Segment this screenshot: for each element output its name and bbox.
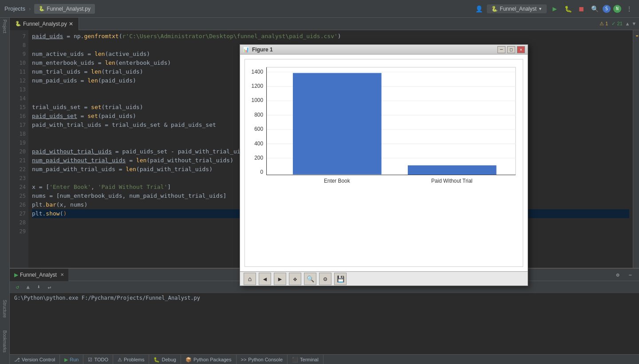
todo-icon: ☑	[88, 357, 92, 363]
run-minimize-icon[interactable]: −	[625, 270, 635, 280]
active-py-icon: 🐍	[15, 21, 21, 27]
run-settings-icon[interactable]: ⚙	[612, 270, 623, 280]
svg-text:800: 800	[254, 112, 263, 118]
figure-window-controls: ─ □ ✕	[497, 46, 525, 53]
stop-button[interactable]: ■	[576, 4, 587, 14]
figure-icon: 📊	[243, 47, 249, 53]
separator: ›	[29, 5, 31, 12]
settings-icon[interactable]: S	[603, 5, 611, 13]
stop-run-icon[interactable]: ▲	[23, 282, 33, 291]
debug-tab-icon: 🐛	[154, 357, 160, 363]
error-indicator: ✓ 21	[611, 21, 622, 27]
run-tab-label: Funnel_Analyst	[20, 272, 57, 278]
run-config-selector[interactable]: 🐍 Funnel_Analyst ▼	[487, 4, 547, 13]
todo-label: TODO	[94, 357, 108, 362]
version-control-label: Version Control	[22, 357, 55, 362]
figure-home-btn[interactable]: ⌂	[244, 273, 256, 285]
file-tab-name: Funnel_Analyst.py	[47, 6, 91, 12]
rerun-icon[interactable]: ↺	[12, 282, 22, 291]
figure-minimize-btn[interactable]: ─	[497, 46, 505, 53]
svg-text:600: 600	[254, 126, 263, 132]
active-file-tab[interactable]: 🐍 Funnel_Analyst.py ✕	[10, 18, 79, 30]
scroll-end-icon[interactable]: ⬇	[34, 282, 43, 291]
figure-maximize-btn[interactable]: □	[507, 46, 515, 53]
terminal-label: Terminal	[300, 357, 319, 362]
close-tab-icon[interactable]: ✕	[69, 21, 73, 27]
run-tab[interactable]: ▶ Funnel_Analyst ✕	[10, 269, 68, 281]
packages-label: Python Packages	[193, 357, 232, 362]
header-right: 👤 🐍 Funnel_Analyst ▼ ▶ 🐛 ■ 🔍 S N ⋮	[473, 4, 635, 14]
open-file-tab[interactable]: 🐍 Funnel_Analyst.py	[34, 4, 95, 14]
figure-forward-btn[interactable]: ▶	[274, 273, 286, 285]
figure-pan-btn[interactable]: ✥	[289, 273, 301, 285]
expand-btn[interactable]: ▲	[626, 21, 629, 27]
tab-debug[interactable]: 🐛 Debug	[149, 355, 181, 364]
figure-save-btn[interactable]: 💾	[334, 273, 347, 285]
svg-text:0: 0	[260, 169, 263, 176]
console-icon: >>	[241, 357, 247, 362]
line-numbers: 7 8 9 10 11 12 13 14 15 16 17 18 19 20 2…	[10, 30, 28, 268]
top-header: Projects › 🐍 Funnel_Analyst.py 👤 🐍 Funne…	[0, 0, 639, 18]
figure-plot-area: 1400 1200 1000 800 600 400 200 0	[240, 55, 528, 271]
tab-python-packages[interactable]: 📦 Python Packages	[181, 355, 237, 364]
debug-button[interactable]: 🐛	[563, 4, 573, 14]
run-button[interactable]: ▶	[549, 4, 560, 14]
bottom-left-gutter	[0, 354, 10, 364]
run-config-name: Funnel_Analyst	[500, 6, 536, 12]
header-left: Projects › 🐍 Funnel_Analyst.py	[4, 4, 95, 14]
search-icon[interactable]: 🔍	[589, 4, 600, 14]
bottom-status: ⎇ Version Control ▶ Run ☑ TODO ⚠ Problem…	[0, 354, 639, 364]
figure-window: 📊 Figure 1 ─ □ ✕ 1400 1200 1000 800 600 …	[240, 44, 528, 286]
tab-terminal[interactable]: ⬛ Terminal	[288, 355, 323, 364]
tab-problems[interactable]: ⚠ Problems	[113, 355, 149, 364]
svg-text:1400: 1400	[252, 69, 264, 75]
console-label: Python Console	[248, 357, 283, 362]
bottom-area: ⎇ Version Control ▶ Run ☑ TODO ⚠ Problem…	[10, 354, 639, 364]
figure-configure-btn[interactable]: ⚙	[319, 273, 331, 285]
project-sidebar-icon[interactable]: Project	[2, 20, 7, 33]
user-icon[interactable]: 👤	[473, 4, 484, 14]
svg-text:1000: 1000	[252, 98, 264, 104]
soft-wrap-icon[interactable]: ↵	[44, 282, 54, 291]
right-scroll-gutter: ▬	[633, 30, 639, 268]
figure-close-btn[interactable]: ✕	[517, 46, 525, 53]
warning-marker: ▬	[636, 34, 638, 38]
left-sidebar: Project Structure Bookmarks	[0, 18, 10, 354]
packages-icon: 📦	[185, 357, 192, 363]
problems-icon: ⚠	[118, 357, 122, 363]
code-line-7: paid_uids = np.genfromtxt(r'C:\Users\Adm…	[32, 32, 629, 41]
tab-run[interactable]: ▶ Run	[60, 355, 83, 364]
tab-todo[interactable]: ☑ TODO	[83, 355, 113, 364]
version-control-icon: ⎇	[14, 357, 20, 363]
figure-toolbar: ⌂ ◀ ▶ ✥ 🔍 ⚙ 💾	[240, 271, 528, 286]
tab-version-control[interactable]: ⎇ Version Control	[10, 355, 60, 364]
run-command-line: G:\Python\python.exe F:/Pycharm/Projects…	[14, 295, 635, 301]
svg-text:Enter Book: Enter Book	[324, 178, 350, 184]
bookmarks-icon[interactable]: Bookmarks	[2, 330, 7, 352]
more-icon[interactable]: ⋮	[624, 4, 635, 14]
svg-text:400: 400	[254, 141, 263, 147]
figure-title-text: Figure 1	[252, 47, 273, 53]
run-icon: ▶	[64, 357, 68, 363]
py-icon: 🐍	[39, 6, 45, 12]
figure-zoom-btn[interactable]: 🔍	[304, 273, 316, 285]
editor-indicators: ⚠ 1 ✓ 21 ▲ ▼	[600, 21, 639, 27]
dropdown-icon: ▼	[538, 7, 542, 11]
debug-label: Debug	[162, 357, 176, 362]
run-tab-icon: ▶	[14, 272, 18, 278]
svg-text:Paid Without Trial: Paid Without Trial	[431, 178, 473, 184]
chart-container: 1400 1200 1000 800 600 400 200 0	[245, 59, 523, 267]
svg-text:1200: 1200	[252, 83, 264, 89]
run-config-icon: 🐍	[491, 6, 498, 12]
collapse-btn[interactable]: ▼	[632, 21, 635, 27]
project-label[interactable]: Projects	[4, 5, 25, 12]
figure-back-btn[interactable]: ◀	[259, 273, 271, 285]
run-tab-close[interactable]: ✕	[60, 272, 64, 277]
figure-titlebar: 📊 Figure 1 ─ □ ✕	[240, 45, 528, 55]
terminal-icon: ⬛	[292, 357, 298, 363]
file-tabs-bar: 🐍 Funnel_Analyst.py ✕ ⚠ 1 ✓ 21 ▲ ▼	[10, 18, 639, 30]
structure-icon[interactable]: Structure	[2, 300, 7, 318]
tab-python-console[interactable]: >> Python Console	[237, 355, 288, 364]
notification-icon[interactable]: N	[613, 5, 621, 13]
problems-label: Problems	[124, 357, 144, 362]
